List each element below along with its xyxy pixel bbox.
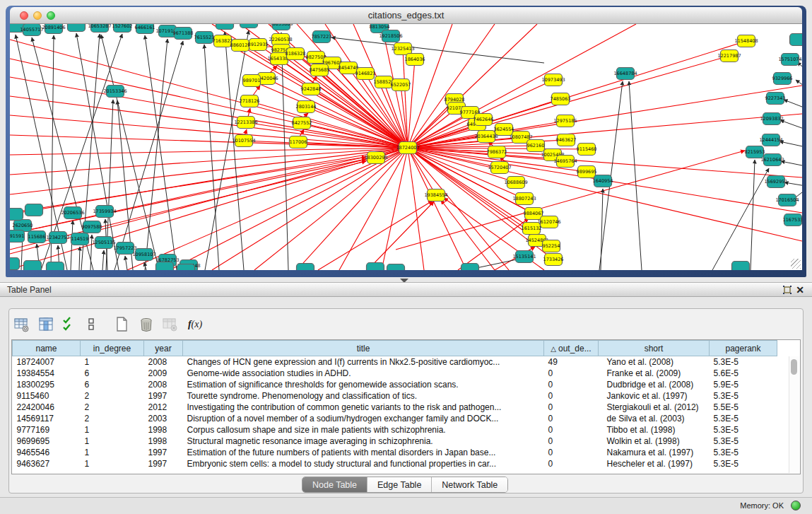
node-label: 2718126 <box>240 98 260 104</box>
select-columns-check-icon[interactable] <box>61 315 80 334</box>
tab-edge-table[interactable]: Edge Table <box>367 477 432 492</box>
network-node[interactable] <box>25 204 43 216</box>
network-node[interactable] <box>47 262 64 271</box>
node-label: 22260538 <box>269 37 292 42</box>
table-cell: 19384554 <box>13 368 81 379</box>
column-header-in_degree[interactable]: in_degree <box>81 341 144 356</box>
edge <box>102 250 104 270</box>
edge <box>10 148 408 175</box>
edge <box>331 37 544 63</box>
network-node[interactable] <box>10 258 20 270</box>
table-cell: 5.3E-5 <box>710 413 777 424</box>
float-panel-icon[interactable] <box>781 284 794 296</box>
table-row[interactable]: 969969511998Structural magnetic resonanc… <box>13 436 777 447</box>
network-node[interactable] <box>297 264 314 271</box>
network-node[interactable] <box>216 24 234 30</box>
table-cell: de Silva et al. (2003) <box>599 413 710 424</box>
network-node[interactable] <box>24 261 42 271</box>
network-node[interactable] <box>790 34 803 46</box>
node-label: 8813054 <box>370 24 390 30</box>
table-row[interactable]: 946554611997Estimation of the future num… <box>13 447 777 458</box>
node-label: 20153346 <box>103 88 126 94</box>
table-row[interactable]: 1872400712008Changes of HCN gene express… <box>13 356 777 368</box>
network-node[interactable] <box>10 209 23 221</box>
table-cell: 2 <box>81 390 144 402</box>
table-cell: 2003 <box>144 413 183 424</box>
column-selection-icon[interactable] <box>37 315 56 334</box>
delete-table-icon[interactable] <box>138 315 156 334</box>
node-label: 15720407 <box>488 165 511 170</box>
new-table-icon[interactable] <box>114 315 132 334</box>
tab-network-table[interactable]: Network Table <box>432 477 507 492</box>
column-header-pagerank[interactable]: pagerank <box>710 341 777 356</box>
table-cell: 2008 <box>144 356 183 368</box>
table-row[interactable]: 1456911722003Disruption of a novel membe… <box>13 413 777 424</box>
table-cell: 18724007 <box>13 356 81 368</box>
network-canvas[interactable]: 7163822886012889129352226053898275051654… <box>10 24 802 270</box>
row-height-icon[interactable] <box>86 315 104 334</box>
network-node[interactable] <box>68 24 86 32</box>
table-cell: 0 <box>544 379 599 390</box>
table-scrollbar[interactable] <box>789 356 799 473</box>
function-builder-icon[interactable]: f(x) <box>186 315 204 334</box>
table-row[interactable]: 1938455462009Genome-wide association stu… <box>13 368 777 379</box>
table-row[interactable]: 1830029562008Estimation of significance … <box>13 379 777 390</box>
network-node[interactable] <box>177 264 195 271</box>
table-cell: 22420046 <box>13 402 81 413</box>
network-node[interactable] <box>367 263 384 271</box>
column-header-out_degree[interactable]: △out_de... <box>544 341 599 356</box>
network-node[interactable] <box>732 262 750 271</box>
edge <box>204 45 219 270</box>
node-label: 1167533 <box>783 217 802 223</box>
table-row[interactable]: 2242004622012Investigating the contribut… <box>13 402 777 413</box>
node-label: 9097588 <box>82 224 102 230</box>
node-label: 1864036 <box>405 57 425 62</box>
resize-grip[interactable] <box>791 259 801 269</box>
node-label: 9884067 <box>524 211 544 216</box>
memory-status-indicator[interactable] <box>791 501 801 510</box>
node-label: 10107554 <box>232 138 255 144</box>
node-label: 11548408 <box>734 38 758 44</box>
node-label: 14695764 <box>553 158 577 164</box>
table-cell: 2009 <box>144 368 183 379</box>
node-label: 16033809 <box>269 24 293 27</box>
network-node[interactable] <box>240 24 258 28</box>
table-cell: 5.9E-5 <box>710 379 777 390</box>
table-row[interactable]: 977716911998Corpus callosum shape and si… <box>13 424 777 436</box>
network-svg: 7163822886012889129352226053898275051654… <box>10 24 802 270</box>
node-label: 12505135 <box>92 240 115 245</box>
node-label: 18724007 <box>396 145 419 151</box>
table-settings-icon[interactable] <box>13 315 32 334</box>
node-label: 12342757 <box>46 235 69 240</box>
edge <box>304 113 308 117</box>
column-header-short[interactable]: short <box>599 341 710 356</box>
table-cell: 14569117 <box>13 413 81 424</box>
network-node[interactable] <box>387 264 405 271</box>
node-label: 391591 <box>10 233 24 239</box>
table-cell: Wolkin et al. (1998) <box>599 436 710 447</box>
network-window-titlebar[interactable]: citations_edges.txt <box>10 7 802 24</box>
scrollbar-thumb[interactable] <box>791 359 797 375</box>
table-cell: 1998 <box>144 424 183 436</box>
network-node[interactable] <box>461 264 479 271</box>
table-cell: 0 <box>544 424 599 436</box>
table-row[interactable]: 911546021997Tourette syndrome. Phenomeno… <box>13 390 777 402</box>
table-cell: Investigating the contribution of common… <box>183 402 544 413</box>
edge <box>281 33 288 270</box>
table-cell: Stergiakouli et al. (2012) <box>599 402 710 413</box>
table-row[interactable]: 946362711997Embryonic stem cells: a mode… <box>13 458 777 469</box>
network-node[interactable] <box>156 262 174 271</box>
table-cell: Estimation of the future numbers of pati… <box>183 447 544 458</box>
close-panel-icon[interactable]: ✕ <box>794 284 806 296</box>
column-header-name[interactable]: name <box>13 341 81 356</box>
column-header-year[interactable]: year <box>144 341 183 356</box>
table-cell: 0 <box>544 390 599 402</box>
edge <box>780 120 802 129</box>
network-window: citations_edges.txt 71638228860128891293… <box>6 6 806 277</box>
node-label: 17957223 <box>113 245 136 251</box>
edge <box>125 256 127 270</box>
node-label: 15751074 <box>778 57 801 62</box>
node-label: 12093832 <box>760 116 783 122</box>
column-header-title[interactable]: title <box>183 341 544 356</box>
tab-node-table[interactable]: Node Table <box>302 477 367 492</box>
